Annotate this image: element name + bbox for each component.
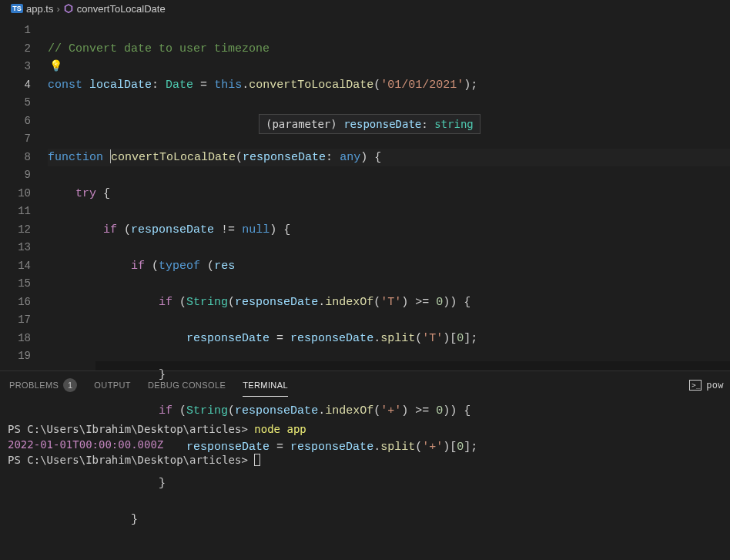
typescript-file-icon: TS bbox=[11, 4, 23, 13]
chevron-right-icon: › bbox=[56, 3, 59, 15]
tab-terminal[interactable]: TERMINAL bbox=[243, 374, 288, 397]
problems-count-badge: 1 bbox=[63, 378, 77, 392]
tab-problems[interactable]: PROBLEMS 1 bbox=[9, 372, 77, 398]
hover-tooltip: (parameter) responseDate: string bbox=[259, 114, 481, 134]
method-icon bbox=[63, 3, 74, 14]
tab-debug-console[interactable]: DEBUG CONSOLE bbox=[148, 374, 226, 396]
code-editor[interactable]: 💡 1 2 3 4 5 6 7 8 9 10 11 12 13 14 15 16… bbox=[0, 17, 730, 371]
terminal-icon: >_ bbox=[689, 380, 702, 391]
breadcrumb-symbol[interactable]: convertToLocalDate bbox=[77, 3, 166, 15]
line-number-gutter: 1 2 3 4 5 6 7 8 9 10 11 12 13 14 15 16 1… bbox=[0, 17, 48, 371]
tab-output[interactable]: OUTPUT bbox=[94, 374, 131, 396]
code-area[interactable]: // Convert date to user timezone const l… bbox=[48, 17, 730, 371]
panel-tabbar: PROBLEMS 1 OUTPUT DEBUG CONSOLE TERMINAL… bbox=[0, 371, 730, 398]
breadcrumb-file[interactable]: app.ts bbox=[26, 3, 53, 15]
breadcrumb: TS app.ts › convertToLocalDate bbox=[0, 0, 730, 17]
terminal-shell-picker[interactable]: >_ pow bbox=[689, 380, 724, 391]
terminal-shell-label: pow bbox=[706, 380, 724, 391]
